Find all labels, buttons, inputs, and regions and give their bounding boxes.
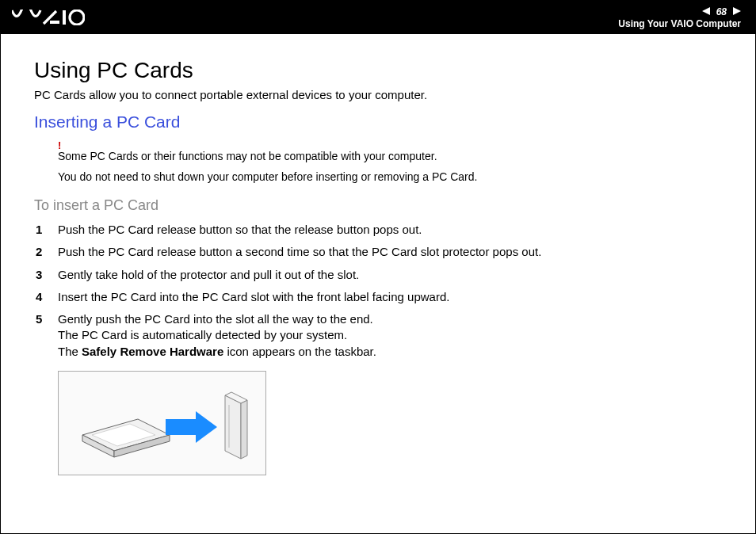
svg-point-2 bbox=[70, 10, 84, 25]
prev-page-button[interactable] bbox=[702, 6, 713, 17]
insert-pc-card-figure bbox=[58, 371, 266, 475]
step-3: Gently take hold of the protector and pu… bbox=[58, 267, 722, 283]
svg-rect-0 bbox=[50, 21, 59, 24]
step-2: Push the PC Card release button a second… bbox=[58, 244, 722, 260]
step-5-line2: The PC Card is automatically detected by… bbox=[58, 328, 347, 341]
warning-block: ! Some PC Cards or their functions may n… bbox=[58, 139, 722, 183]
step-5-line3-suffix: icon appears on the taskbar. bbox=[223, 345, 376, 358]
svg-marker-11 bbox=[225, 395, 241, 459]
arrow-icon bbox=[166, 411, 217, 443]
section-title: Using Your VAIO Computer bbox=[618, 18, 741, 29]
page-title: Using PC Cards bbox=[34, 58, 722, 83]
next-page-button[interactable] bbox=[730, 6, 741, 17]
svg-marker-10 bbox=[196, 411, 217, 443]
note-1: Some PC Cards or their functions may not… bbox=[58, 150, 722, 162]
steps-list: Push the PC Card release button so that … bbox=[34, 222, 722, 360]
svg-rect-9 bbox=[166, 419, 196, 435]
page-content: Using PC Cards PC Cards allow you to con… bbox=[1, 34, 755, 475]
page-number: 68 bbox=[716, 6, 727, 17]
svg-rect-1 bbox=[63, 10, 66, 25]
intro-text: PC Cards allow you to connect portable e… bbox=[34, 88, 722, 101]
header-bar: 68 Using Your VAIO Computer bbox=[1, 1, 755, 34]
svg-marker-4 bbox=[733, 7, 741, 15]
step-4: Insert the PC Card into the PC Card slot… bbox=[58, 289, 722, 305]
svg-marker-12 bbox=[241, 400, 247, 459]
step-5-bold: Safely Remove Hardware bbox=[82, 345, 223, 358]
step-5-line3-prefix: The bbox=[58, 345, 82, 358]
note-2: You do not need to shut down your comput… bbox=[58, 170, 722, 183]
step-5: Gently push the PC Card into the slot al… bbox=[58, 311, 722, 360]
vaio-logo bbox=[12, 10, 85, 25]
page-nav: 68 bbox=[702, 6, 741, 17]
step-5-line1: Gently push the PC Card into the slot al… bbox=[58, 312, 373, 326]
subheading: Inserting a PC Card bbox=[34, 113, 722, 132]
procedure-heading: To insert a PC Card bbox=[34, 197, 722, 214]
step-1: Push the PC Card release button so that … bbox=[58, 222, 722, 238]
header-right: 68 Using Your VAIO Computer bbox=[618, 6, 741, 29]
svg-marker-3 bbox=[702, 7, 710, 15]
